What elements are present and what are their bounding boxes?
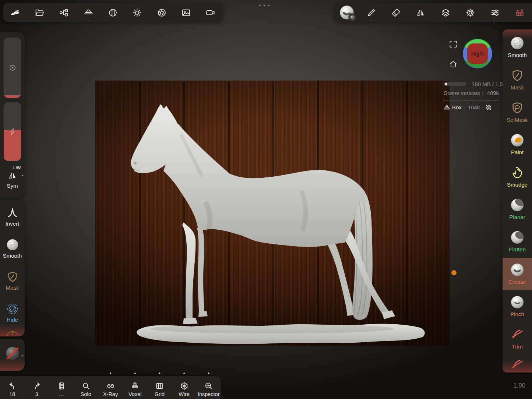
toolbar-drag-handle[interactable]: ••• (259, 2, 272, 9)
menu-sun-button[interactable] (125, 3, 149, 22)
tool-label: Crease (508, 279, 526, 285)
panel-active-tool-sphere-button[interactable] (334, 3, 359, 22)
sphere-pinch-icon (510, 295, 524, 309)
panel-gear-button[interactable] (458, 3, 483, 22)
tool-pinch[interactable]: Pinch (503, 290, 532, 322)
sphere-smooth-icon (6, 239, 19, 251)
sphere-slash-icon[interactable] (5, 346, 20, 361)
panel-mirror-button[interactable] (408, 3, 433, 22)
action-label: Mask (6, 285, 19, 291)
memory-usage-bar (444, 82, 466, 86)
tool-planar[interactable]: Planar (503, 193, 532, 225)
more-dots: … (359, 18, 384, 22)
expand-arrow-icon: ▲ (109, 371, 112, 375)
chevron-right-icon: ▸ (22, 173, 24, 177)
bottom-label: Wire (179, 391, 190, 397)
tool-trim[interactable]: Trim (503, 322, 532, 355)
tool-label: Mask (511, 84, 524, 91)
menu-nomad-logo-button[interactable] (3, 3, 27, 22)
bottom-magnifier-button[interactable]: Solo (74, 376, 98, 399)
bottom-grid-square-button[interactable]: ▲ Grid (147, 376, 172, 399)
expand-arrow-icon: ▲ (183, 371, 186, 375)
home-icon[interactable] (448, 59, 458, 69)
tool-label: Planar (509, 214, 525, 220)
mesh-count: 104k (468, 104, 480, 110)
radius-dot-icon (8, 64, 17, 72)
tool-crease[interactable]: Crease (503, 258, 532, 290)
xray-glasses-icon (106, 381, 115, 391)
scene-graph-icon (59, 8, 69, 18)
bottom-wire-hexagon-button[interactable]: ▲ Wire (172, 376, 197, 399)
bottom-label: 18 (9, 391, 15, 397)
bottom-toolbar: 18 3 … Solo▲ X-Ray▲ Voxel▲ Grid▲ Wire▲ I… (0, 376, 221, 399)
tool-paint[interactable]: Paint (503, 128, 532, 160)
bottom-voxel-cubes-button[interactable]: ▲ Voxel (123, 376, 147, 399)
bottom-xray-glasses-button[interactable]: ▲ X-Ray (98, 376, 123, 399)
material-toggle-panel: ▸ (0, 339, 25, 371)
action-mask[interactable]: Mask (0, 264, 25, 296)
tool-smooth[interactable]: Smooth (503, 31, 532, 63)
tool-mask[interactable]: Mask (503, 63, 532, 96)
hide-dots-icon (6, 303, 19, 315)
grid-square-icon (155, 381, 164, 391)
mesh-name: Box (452, 104, 462, 110)
tool-flatten[interactable]: Flatten (503, 225, 532, 258)
menu-aperture-button[interactable] (149, 3, 174, 22)
undo-arrow-icon (8, 381, 17, 391)
menu-scene-graph-button[interactable] (52, 3, 76, 22)
symmetry-badge: L/W (13, 166, 21, 170)
scene-stats: 180 MB / 1.5 Scene vertices： 489k Box · … (444, 81, 503, 110)
finger-smudge-icon (510, 166, 524, 180)
radius-slider-fill (4, 95, 21, 98)
bottom-history-book-button[interactable]: … (49, 376, 74, 399)
radius-slider[interactable] (4, 38, 21, 98)
folder-icon (35, 8, 45, 18)
bottom-undo-arrow-button[interactable]: 18 (0, 376, 25, 399)
symmetry-button[interactable]: L/W ▸ Sym (0, 165, 25, 189)
paintbrush-icon (391, 8, 401, 18)
sphere-crease-icon (510, 263, 524, 277)
image-icon (181, 8, 191, 18)
sphere-smooth-icon (510, 36, 524, 50)
panel-sliders-button[interactable]: … (483, 3, 507, 22)
tool-label: SelMask (507, 117, 528, 123)
fullscreen-icon[interactable] (448, 39, 458, 49)
knife-trim-icon (510, 328, 524, 342)
tool-label: Smooth (508, 52, 527, 58)
multires-pyramid-icon (84, 8, 94, 18)
bottom-label: 3 (35, 391, 38, 397)
dot-separator: · (464, 104, 466, 110)
tool-smudge[interactable]: Smudge (503, 160, 532, 193)
menu-matcap-sphere-button[interactable] (101, 3, 125, 22)
sphere-paint-icon (510, 133, 524, 147)
bottom-redo-arrow-button[interactable]: 3 (25, 376, 49, 399)
gizmo-tool-icon-partial[interactable] (6, 329, 19, 336)
expand-arrow-icon: ▲ (134, 371, 137, 375)
panel-paintbrush-button[interactable] (384, 3, 408, 22)
action-label: Hide (7, 317, 18, 323)
layers-icon (441, 8, 451, 18)
gear-icon (465, 8, 475, 18)
box-pyramid-icon (444, 105, 450, 110)
action-hide[interactable]: Hide (0, 296, 25, 328)
menu-image-button[interactable] (174, 3, 198, 22)
menu-multires-pyramid-button[interactable]: … (76, 3, 101, 22)
action-smooth[interactable]: Smooth (0, 232, 25, 264)
lightning-icon (8, 128, 17, 136)
history-book-icon (57, 381, 66, 391)
horse-sculpture-model[interactable] (95, 81, 450, 346)
expand-arrow-icon: ▲ (158, 371, 161, 375)
tool-partial[interactable] (503, 355, 532, 372)
menu-folder-button[interactable] (27, 3, 52, 22)
tool-label: Smudge (507, 181, 528, 188)
menu-camera-button[interactable] (198, 3, 223, 22)
intensity-slider[interactable] (4, 102, 21, 161)
tool-selmask[interactable]: SelMask (503, 96, 532, 128)
orientation-gizmo[interactable]: Right (462, 38, 493, 69)
panel-layers-button[interactable] (433, 3, 458, 22)
reference-image-background (95, 81, 450, 346)
panel-toolbox-button[interactable] (507, 3, 532, 22)
panel-pencil-button[interactable]: … (359, 3, 384, 22)
bottom-inspector-eye-button[interactable]: ▲ Inspector (196, 376, 221, 399)
action-invert[interactable]: Invert (0, 200, 25, 232)
